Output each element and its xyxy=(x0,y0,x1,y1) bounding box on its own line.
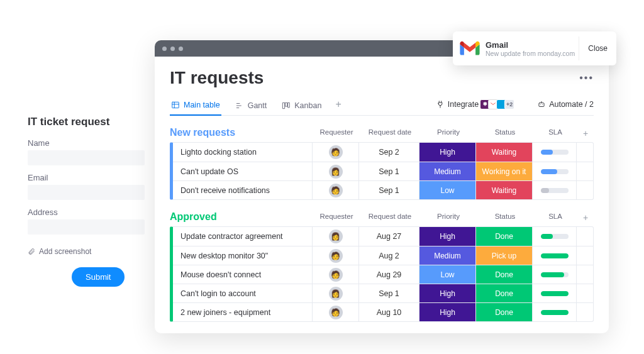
group-title[interactable]: Approved xyxy=(170,211,217,223)
requester-cell[interactable]: 👩 xyxy=(313,162,359,180)
sla-cell[interactable] xyxy=(533,303,577,321)
status-cell[interactable]: Working on it xyxy=(476,162,533,180)
status-cell[interactable]: Done xyxy=(476,284,533,302)
request-date-cell[interactable]: Aug 10 xyxy=(359,303,419,321)
task-row[interactable]: Can't update OS👩Sep 1MediumWorking on it xyxy=(173,162,593,180)
task-name-cell[interactable]: Can't update OS xyxy=(173,162,313,180)
request-date-cell[interactable]: Aug 27 xyxy=(359,227,419,246)
sla-cell[interactable] xyxy=(533,162,577,180)
column-header-status[interactable]: Status xyxy=(477,213,533,223)
requester-cell[interactable]: 🧑 xyxy=(313,181,359,199)
task-row[interactable]: Lighto docking station🧑Sep 2HighWaiting xyxy=(173,143,593,162)
task-row[interactable]: Mouse doesn't connect🧑Aug 29LowDone xyxy=(173,265,593,284)
task-name-cell[interactable]: Don't receive notifications xyxy=(173,181,313,199)
avatar: 🧑 xyxy=(329,249,343,263)
task-name-cell[interactable]: Update contractor agreement xyxy=(173,227,313,246)
view-tab-main-table[interactable]: Main table xyxy=(170,97,221,116)
group-title[interactable]: New requests xyxy=(170,127,235,138)
add-view-button[interactable]: + xyxy=(335,99,341,114)
priority-cell[interactable]: High xyxy=(419,303,476,321)
priority-pill: High xyxy=(419,284,475,302)
requester-cell[interactable]: 🧑 xyxy=(313,246,359,265)
add-column-button[interactable]: + xyxy=(577,128,594,138)
priority-cell[interactable]: High xyxy=(419,143,476,162)
address-input[interactable] xyxy=(28,219,145,235)
task-name-cell[interactable]: Can't login to account xyxy=(173,284,313,302)
view-tab-kanban[interactable]: Kanban xyxy=(280,97,323,115)
request-date-cell[interactable]: Aug 29 xyxy=(359,265,419,284)
task-name-cell[interactable]: Mouse doesn't connect xyxy=(173,265,313,284)
priority-cell[interactable]: High xyxy=(419,227,476,246)
request-date-cell[interactable]: Sep 1 xyxy=(359,162,419,180)
task-name-cell[interactable]: New desktop monitor 30" xyxy=(173,246,313,265)
task-name-cell[interactable]: 2 new joiners - equipment xyxy=(173,303,313,321)
requester-cell[interactable]: 🧑 xyxy=(313,143,359,162)
column-header-requester[interactable]: Requester xyxy=(313,213,360,223)
status-cell[interactable]: Done xyxy=(476,265,533,284)
status-cell[interactable]: Pick up xyxy=(476,246,533,265)
status-cell[interactable]: Done xyxy=(476,303,533,321)
status-cell[interactable]: Done xyxy=(476,227,533,246)
sla-cell[interactable] xyxy=(533,265,577,284)
avatar: 👩 xyxy=(329,165,343,179)
automate-button[interactable]: Automate / 2 xyxy=(537,100,594,113)
svg-rect-3 xyxy=(288,102,289,108)
email-input[interactable] xyxy=(28,185,145,200)
column-header-status[interactable]: Status xyxy=(477,128,533,138)
sla-cell[interactable] xyxy=(533,284,577,302)
request-date-cell[interactable]: Sep 1 xyxy=(359,284,419,302)
notification-close-button[interactable]: Close xyxy=(579,36,616,60)
task-row[interactable]: Can't login to account👩Sep 1HighDone xyxy=(173,284,593,302)
avatar: 🧑 xyxy=(329,184,343,197)
requester-cell[interactable]: 👩 xyxy=(313,227,359,246)
column-header-request-date[interactable]: Request date xyxy=(360,128,420,138)
attach-screenshot-button[interactable]: Add screenshot xyxy=(39,247,91,256)
priority-pill: High xyxy=(419,303,475,321)
task-row[interactable]: Update contractor agreement👩Aug 27HighDo… xyxy=(173,227,593,246)
add-column-button[interactable]: + xyxy=(577,213,594,223)
sla-cell[interactable] xyxy=(533,143,577,162)
board-more-button[interactable]: ••• xyxy=(579,72,594,84)
column-header-priority[interactable]: Priority xyxy=(420,128,477,138)
sla-cell[interactable] xyxy=(533,246,577,265)
task-row[interactable]: 2 new joiners - equipment🧑Aug 10HighDone xyxy=(173,302,593,321)
column-header-priority[interactable]: Priority xyxy=(420,213,477,223)
request-date-cell[interactable]: Aug 2 xyxy=(359,246,419,265)
row-extra-cell xyxy=(577,265,593,284)
column-header-requester[interactable]: Requester xyxy=(313,128,360,138)
priority-cell[interactable]: Medium xyxy=(419,162,476,180)
priority-cell[interactable]: Low xyxy=(419,181,476,199)
row-extra-cell xyxy=(577,227,593,246)
requester-cell[interactable]: 🧑 xyxy=(313,303,359,321)
sla-cell[interactable] xyxy=(533,227,577,246)
row-extra-cell xyxy=(577,143,593,162)
avatar: 👩 xyxy=(329,230,343,243)
column-header-sla[interactable]: SLA xyxy=(533,128,577,138)
request-date-cell[interactable]: Sep 1 xyxy=(359,181,419,199)
task-name-cell[interactable]: Lighto docking station xyxy=(173,143,313,162)
integrate-button[interactable]: Integrate ✱ +2 xyxy=(436,99,514,113)
sla-cell[interactable] xyxy=(533,181,577,199)
priority-cell[interactable]: High xyxy=(419,284,476,302)
priority-cell[interactable]: Medium xyxy=(419,246,476,265)
status-pill: Done xyxy=(476,227,532,246)
requester-cell[interactable]: 🧑 xyxy=(313,265,359,284)
kanban-icon xyxy=(282,101,291,110)
column-header-sla[interactable]: SLA xyxy=(533,213,577,223)
status-cell[interactable]: Waiting xyxy=(476,143,533,162)
task-row[interactable]: Don't receive notifications🧑Sep 1LowWait… xyxy=(173,180,593,199)
board-title: IT requests xyxy=(170,68,264,88)
priority-pill: Low xyxy=(419,181,475,199)
status-pill: Done xyxy=(476,303,532,321)
avatar: 👩 xyxy=(329,287,343,301)
view-tab-gantt[interactable]: Gantt xyxy=(234,97,269,115)
column-header-request-date[interactable]: Request date xyxy=(360,213,420,223)
form-title: IT ticket request xyxy=(28,116,145,128)
priority-cell[interactable]: Low xyxy=(419,265,476,284)
submit-button[interactable]: Submit xyxy=(72,267,125,287)
name-input[interactable] xyxy=(28,150,145,165)
requester-cell[interactable]: 👩 xyxy=(313,284,359,302)
request-date-cell[interactable]: Sep 2 xyxy=(359,143,419,162)
task-row[interactable]: New desktop monitor 30"🧑Aug 2MediumPick … xyxy=(173,246,593,265)
status-cell[interactable]: Waiting xyxy=(476,181,533,199)
